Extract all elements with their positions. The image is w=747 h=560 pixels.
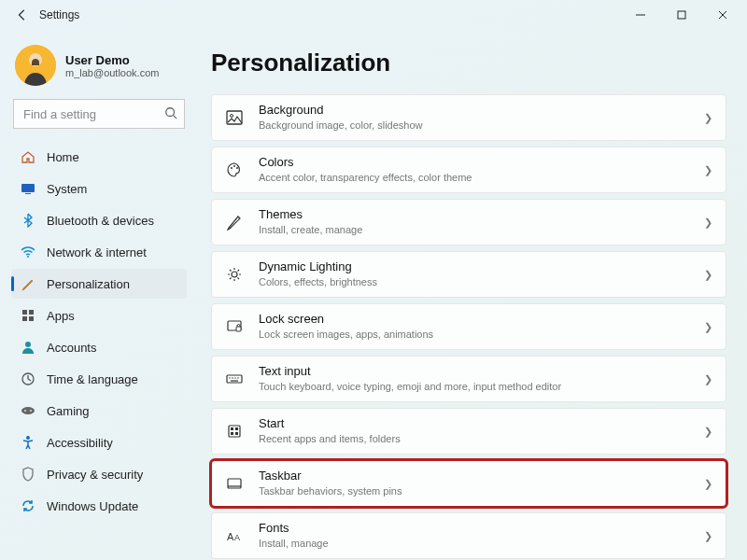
- card-text-input[interactable]: Text input Touch keyboard, voice typing,…: [211, 356, 726, 402]
- svg-rect-7: [25, 193, 31, 194]
- svg-point-8: [27, 256, 29, 258]
- card-text: Fonts Install, manage: [259, 521, 329, 550]
- user-email: m_lab@outlook.com: [65, 67, 159, 78]
- svg-rect-10: [29, 310, 34, 315]
- sidebar-item-label: Apps: [47, 309, 75, 323]
- wifi-icon: [21, 245, 35, 259]
- sidebar-item-bluetooth[interactable]: Bluetooth & devices: [11, 205, 187, 235]
- svg-rect-9: [22, 310, 27, 315]
- sidebar-item-accessibility[interactable]: Accessibility: [11, 427, 187, 457]
- svg-rect-36: [231, 432, 233, 435]
- sidebar-item-label: Accessibility: [47, 436, 113, 450]
- card-text: Taskbar Taskbar behaviors, system pins: [259, 469, 402, 497]
- sidebar-item-label: Windows Update: [47, 499, 138, 513]
- window-controls: [620, 0, 743, 30]
- home-icon: [21, 149, 35, 164]
- user-info: User Demo m_lab@outlook.com: [65, 53, 159, 78]
- sidebar-item-system[interactable]: System: [11, 174, 187, 203]
- avatar: [15, 45, 56, 86]
- chevron-right-icon: ❯: [704, 269, 712, 281]
- titlebar-left: Settings: [4, 7, 79, 22]
- svg-rect-33: [229, 426, 240, 437]
- sidebar-item-label: Privacy & security: [47, 468, 143, 482]
- sidebar-item-label: Gaming: [47, 404, 90, 418]
- card-sub: Accent color, transparency effects, colo…: [259, 171, 472, 184]
- card-fonts[interactable]: AA Fonts Install, manage ❯: [211, 512, 726, 559]
- card-taskbar[interactable]: Taskbar Taskbar behaviors, system pins ❯: [211, 460, 726, 507]
- sidebar-item-apps[interactable]: Apps: [11, 301, 187, 330]
- card-sub: Taskbar behaviors, system pins: [259, 484, 402, 497]
- svg-point-21: [231, 167, 233, 169]
- card-sub: Lock screen images, apps, animations: [259, 328, 433, 341]
- bluetooth-icon: [21, 213, 35, 228]
- sidebar-item-label: Bluetooth & devices: [47, 214, 154, 228]
- chevron-right-icon: ❯: [704, 426, 712, 438]
- update-icon: [21, 498, 35, 513]
- card-dynamic-lighting[interactable]: Dynamic Lighting Colors, effects, bright…: [211, 251, 726, 298]
- sidebar-item-personalization[interactable]: Personalization: [11, 269, 187, 299]
- card-lock-screen[interactable]: Lock screen Lock screen images, apps, an…: [211, 303, 726, 350]
- svg-rect-11: [22, 316, 27, 321]
- nav: Home System Bluetooth & devices Network …: [11, 142, 187, 521]
- card-background[interactable]: Background Background image, color, slid…: [211, 94, 726, 141]
- sidebar-item-label: Home: [47, 150, 79, 164]
- svg-rect-1: [678, 11, 685, 19]
- svg-point-18: [26, 436, 30, 440]
- svg-point-24: [232, 272, 237, 277]
- close-button[interactable]: [702, 0, 743, 30]
- search-icon[interactable]: [164, 106, 177, 119]
- maximize-button[interactable]: [661, 0, 702, 30]
- chevron-right-icon: ❯: [704, 373, 712, 385]
- minimize-button[interactable]: [620, 0, 661, 30]
- gaming-icon: [21, 403, 35, 418]
- card-sub: Touch keyboard, voice typing, emoji and …: [259, 380, 561, 393]
- sidebar-item-label: Personalization: [47, 277, 130, 291]
- card-text: Background Background image, color, slid…: [259, 103, 422, 132]
- sidebar-item-label: Accounts: [47, 341, 96, 355]
- card-themes[interactable]: Themes Install, create, manage ❯: [211, 199, 726, 245]
- page-title: Personalization: [211, 49, 726, 77]
- svg-point-15: [21, 407, 35, 414]
- card-sub: Install, create, manage: [259, 223, 362, 236]
- sidebar-item-network[interactable]: Network & internet: [11, 237, 187, 267]
- user-block[interactable]: User Demo m_lab@outlook.com: [11, 39, 187, 99]
- svg-rect-26: [236, 327, 241, 331]
- svg-line-5: [174, 116, 177, 119]
- titlebar: Settings: [0, 0, 747, 30]
- sidebar-item-accounts[interactable]: Accounts: [11, 332, 187, 362]
- card-text: Colors Accent color, transparency effect…: [259, 155, 472, 184]
- paintbrush-icon: [21, 276, 35, 291]
- card-text: Start Recent apps and items, folders: [259, 416, 401, 445]
- taskbar-icon: [225, 474, 244, 493]
- card-start[interactable]: Start Recent apps and items, folders ❯: [211, 408, 726, 455]
- sidebar-item-time-language[interactable]: Time & language: [11, 364, 187, 394]
- card-title: Taskbar: [259, 469, 402, 484]
- sidebar-item-home[interactable]: Home: [11, 142, 187, 172]
- chevron-right-icon: ❯: [704, 164, 712, 176]
- search-input[interactable]: [13, 99, 185, 129]
- svg-rect-34: [231, 427, 233, 430]
- content: Personalization Background Background im…: [194, 30, 747, 560]
- card-sub: Install, manage: [259, 537, 329, 550]
- svg-text:A: A: [227, 531, 234, 542]
- card-sub: Background image, color, slideshow: [259, 119, 422, 132]
- sidebar-item-update[interactable]: Windows Update: [11, 491, 187, 521]
- back-button[interactable]: [15, 7, 30, 22]
- search-wrap: [13, 99, 185, 129]
- app-title: Settings: [39, 8, 79, 21]
- chevron-right-icon: ❯: [704, 478, 712, 490]
- chevron-right-icon: ❯: [704, 217, 712, 229]
- card-text: Themes Install, create, manage: [259, 207, 362, 236]
- keyboard-icon: [225, 370, 244, 388]
- card-colors[interactable]: Colors Accent color, transparency effect…: [211, 147, 726, 193]
- svg-point-4: [166, 108, 175, 117]
- sidebar-item-label: Time & language: [47, 372, 138, 386]
- svg-rect-12: [29, 316, 34, 321]
- shield-icon: [21, 467, 35, 482]
- svg-point-22: [233, 165, 235, 167]
- sidebar-item-gaming[interactable]: Gaming: [11, 396, 187, 426]
- sidebar-item-privacy[interactable]: Privacy & security: [11, 459, 187, 489]
- card-title: Background: [259, 103, 422, 119]
- card-sub: Recent apps and items, folders: [259, 432, 401, 445]
- card-title: Colors: [259, 155, 472, 171]
